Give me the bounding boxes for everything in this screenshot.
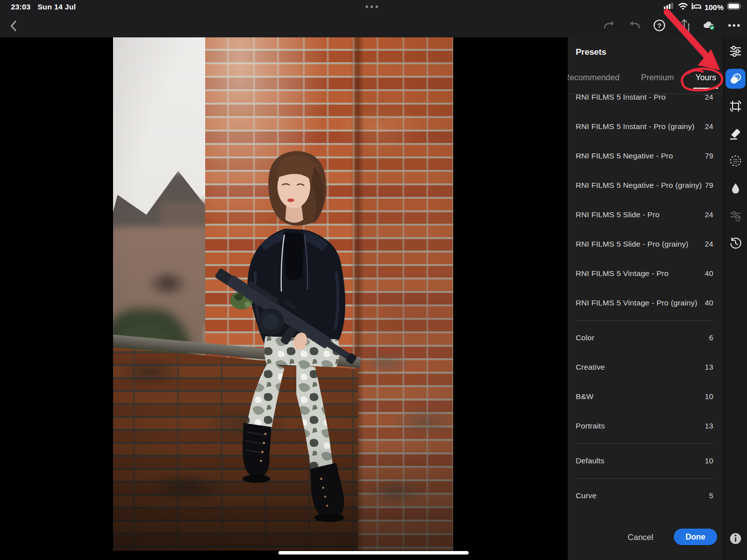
- status-bar: 23:03 Sun 14 Jul: [0, 0, 747, 14]
- more-icon[interactable]: [727, 18, 741, 33]
- preset-count: 24: [705, 240, 713, 248]
- battery-percent: 100%: [705, 3, 724, 11]
- presets-icon[interactable]: [726, 69, 746, 89]
- preset-count: 10: [705, 392, 713, 401]
- done-button[interactable]: Done: [674, 529, 717, 545]
- status-time: 23:03: [11, 2, 30, 11]
- preset-name: RNI FILMS 5 Slide - Pro (grainy): [576, 240, 688, 249]
- crop-icon[interactable]: [726, 96, 746, 116]
- preset-name: B&W: [576, 392, 594, 401]
- preset-count: 40: [705, 269, 713, 278]
- sleep-focus-icon: [691, 2, 701, 12]
- back-icon[interactable]: [7, 19, 21, 33]
- preset-row[interactable]: Defaults10: [568, 446, 723, 475]
- battery-icon: [727, 2, 742, 12]
- preset-name: RNI FILMS 5 Negative - Pro: [576, 151, 673, 160]
- preset-name: RNI FILMS 5 Vintage - Pro (grainy): [576, 298, 697, 307]
- preset-row[interactable]: RNI FILMS 5 Negative - Pro (grainy)79: [568, 170, 723, 200]
- tab-premium[interactable]: Premium: [641, 73, 674, 82]
- preset-name: RNI FILMS 5 Vintage - Pro: [576, 269, 669, 278]
- preset-count: 24: [705, 210, 713, 219]
- preset-row[interactable]: RNI FILMS 5 Vintage - Pro40: [568, 259, 723, 288]
- edit-adjustments-icon[interactable]: [726, 41, 746, 61]
- presets-panel: Presets RecommendedPremiumYours RNI FILM…: [568, 37, 723, 560]
- masking-icon[interactable]: [726, 151, 746, 171]
- versions-icon[interactable]: [726, 206, 746, 226]
- history-icon[interactable]: [726, 233, 746, 253]
- multitasking-dots-icon[interactable]: [366, 5, 378, 8]
- preset-count: 6: [709, 333, 713, 342]
- home-indicator[interactable]: [278, 551, 469, 555]
- preset-count: 10: [705, 456, 713, 465]
- preset-name: RNI FILMS 5 Slide - Pro: [576, 210, 660, 219]
- preset-name: RNI FILMS 5 Negative - Pro (grainy): [576, 181, 702, 190]
- top-toolbar: ?: [0, 14, 747, 37]
- info-icon[interactable]: [729, 532, 742, 545]
- cancel-button[interactable]: Cancel: [620, 529, 661, 545]
- preset-name: Curve: [576, 491, 597, 500]
- preset-name: Color: [576, 333, 595, 342]
- photo: [113, 37, 453, 551]
- share-icon[interactable]: [677, 18, 691, 33]
- preset-name: RNI FILMS 5 Instant - Pro: [576, 93, 666, 102]
- preset-count: 40: [705, 298, 713, 307]
- photo-canvas[interactable]: [0, 37, 568, 560]
- remove-icon[interactable]: [726, 178, 746, 198]
- preset-count: 13: [705, 363, 713, 371]
- tool-rail: [723, 37, 747, 560]
- undo-icon[interactable]: [627, 18, 641, 33]
- preset-count: 79: [705, 151, 713, 160]
- preset-row[interactable]: RNI FILMS 5 Negative - Pro79: [568, 141, 723, 170]
- preset-name: Defaults: [576, 456, 605, 465]
- preset-row[interactable]: RNI FILMS 5 Instant - Pro24: [568, 82, 723, 112]
- preset-name: Portraits: [576, 421, 605, 430]
- preset-row[interactable]: RNI FILMS 5 Slide - Pro (grainy)24: [568, 229, 723, 259]
- group-divider: [576, 443, 713, 444]
- preset-tabs: RecommendedPremiumYours: [568, 73, 716, 82]
- preset-count: 5: [709, 491, 713, 500]
- preset-row[interactable]: Color6: [568, 323, 723, 352]
- preset-row[interactable]: Curve5: [568, 481, 723, 510]
- help-icon[interactable]: ?: [652, 18, 666, 33]
- tab-recommended[interactable]: Recommended: [568, 73, 620, 82]
- preset-name: Creative: [576, 363, 605, 372]
- preset-row[interactable]: RNI FILMS 5 Vintage - Pro (grainy)40: [568, 288, 723, 317]
- preset-count: 13: [705, 421, 713, 430]
- tab-yours[interactable]: Yours: [695, 73, 716, 82]
- group-divider: [576, 320, 713, 321]
- cloud-sync-icon[interactable]: [702, 18, 716, 33]
- preset-row[interactable]: Portraits13: [568, 411, 723, 440]
- healing-icon[interactable]: [726, 124, 746, 143]
- preset-name: RNI FILMS 5 Instant - Pro (grainy): [576, 122, 695, 131]
- preset-count: 24: [705, 93, 713, 101]
- preset-list: RNI FILMS 5 Instant - Pro24RNI FILMS 5 I…: [568, 82, 723, 510]
- lightroom-ipad-screen: 23:03 Sun 14 Jul: [0, 0, 747, 560]
- svg-text:?: ?: [657, 22, 661, 29]
- preset-count: 24: [705, 122, 713, 131]
- preset-count: 79: [705, 181, 713, 189]
- group-divider: [576, 478, 713, 479]
- preset-row[interactable]: Creative13: [568, 352, 723, 382]
- cellular-signal-icon: [664, 2, 675, 12]
- preset-row[interactable]: RNI FILMS 5 Instant - Pro (grainy)24: [568, 112, 723, 141]
- status-date: Sun 14 Jul: [37, 2, 76, 11]
- wifi-icon: [678, 2, 688, 12]
- preset-row[interactable]: RNI FILMS 5 Slide - Pro24: [568, 200, 723, 229]
- panel-title: Presets: [576, 47, 606, 57]
- preset-row[interactable]: B&W10: [568, 382, 723, 411]
- redo-icon[interactable]: [603, 18, 617, 33]
